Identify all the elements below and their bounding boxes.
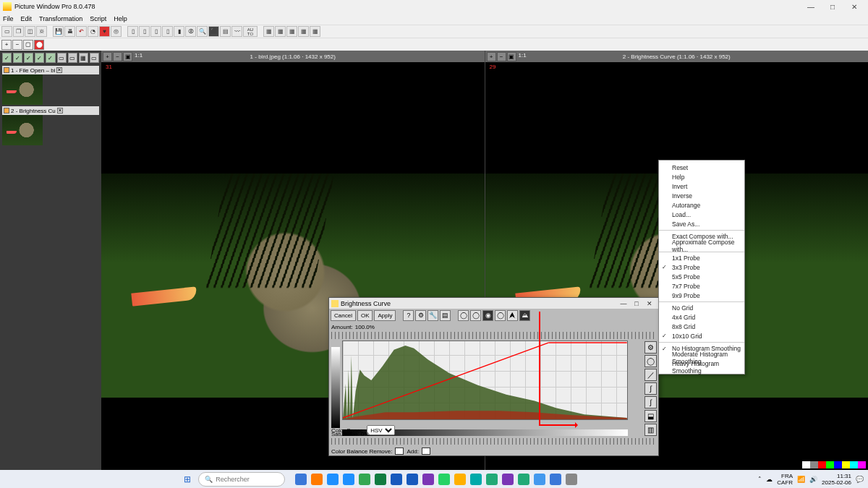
tray-chevron-icon[interactable]: ˄ (758, 476, 762, 483)
tray-volume-icon[interactable]: 🔊 (809, 476, 817, 483)
sidebar-toggle-7[interactable]: ▭ (68, 53, 77, 63)
palette-swatch-6[interactable] (842, 461, 850, 468)
brightness-curve-dialog[interactable]: Brightness Curve — □ ✕ Cancel OK Apply ?… (328, 297, 659, 456)
pane-fit-icon[interactable]: ▣ (507, 52, 516, 61)
dlg-circle3-icon[interactable]: ◉ (482, 310, 493, 321)
dialog-min-button[interactable]: — (617, 300, 630, 307)
tool-grid5-icon[interactable]: ▦ (310, 26, 320, 37)
tool-grid1-icon[interactable]: ▦ (263, 26, 274, 37)
dlg-layers-icon[interactable]: ▤ (440, 310, 451, 321)
menu-item-7x7-probe[interactable]: 7x7 Probe (659, 281, 744, 291)
taskbar-app-10[interactable] (454, 474, 466, 485)
menu-item-inverse[interactable]: Inverse (659, 191, 744, 200)
pane-zoomin-icon[interactable]: + (103, 52, 112, 61)
tool-zoom-icon[interactable]: 🔍 (197, 26, 208, 37)
window-max-button[interactable]: □ (822, 3, 843, 11)
menu-item-no-grid[interactable]: No Grid (659, 301, 744, 312)
tool-picker-icon[interactable]: ⦿ (185, 26, 196, 37)
taskbar-app-0[interactable] (295, 474, 307, 485)
sidebar-toggle-2[interactable]: ✓ (13, 53, 22, 63)
palette-swatch-5[interactable] (834, 461, 842, 468)
dlg-gear-icon[interactable]: ⚙ (415, 310, 426, 321)
search-input[interactable] (216, 476, 273, 483)
tool-target-icon[interactable]: ◎ (111, 26, 122, 37)
thumb-entry-1[interactable]: 1 - File Open – bi ✕ (2, 66, 99, 105)
taskbar-app-5[interactable] (375, 474, 386, 485)
menu-item-invert[interactable]: Invert (659, 181, 744, 191)
taskbar-app-9[interactable] (438, 474, 450, 485)
tool-settings-icon[interactable]: ⛭ (36, 26, 47, 37)
menu-item-1x1-probe[interactable]: 1x1 Probe (659, 252, 744, 262)
tool-grid4-icon[interactable]: ▦ (298, 26, 309, 37)
zoom-out-icon[interactable]: − (12, 40, 22, 50)
menu-file[interactable]: File (3, 15, 14, 22)
sidebar-toggle-4[interactable]: ✓ (35, 53, 44, 63)
menu-script[interactable]: Script (90, 15, 106, 22)
tool-time-icon[interactable]: ◔ (88, 26, 98, 37)
window-close-button[interactable]: ✕ (843, 3, 865, 11)
taskbar-app-16[interactable] (550, 474, 561, 485)
menu-item-8x8-grid[interactable]: 8x8 Grid (659, 322, 744, 331)
menu-item-help[interactable]: Help (659, 172, 744, 181)
palette-swatch-3[interactable] (818, 461, 826, 468)
menu-help[interactable]: Help (114, 15, 127, 22)
menu-item-load-[interactable]: Load... (659, 210, 744, 219)
palette-swatch-8[interactable] (858, 461, 866, 468)
menu-item-9x9-probe[interactable]: 9x9 Probe (659, 291, 744, 300)
pane-zoomout-icon[interactable]: − (113, 52, 122, 61)
tray-notification-icon[interactable]: 💬 (856, 476, 864, 483)
dialog-max-button[interactable]: □ (630, 300, 643, 307)
menu-item-5x5-probe[interactable]: 5x5 Probe (659, 272, 744, 281)
cbr-add-swatch[interactable] (422, 448, 430, 455)
menu-item-10x10-grid[interactable]: ✓10x10 Grid (659, 331, 744, 341)
menu-transformation[interactable]: Transformation (39, 15, 82, 22)
menu-item-save-as-[interactable]: Save As... (659, 219, 744, 228)
tool-col3-icon[interactable]: ▯ (150, 26, 161, 37)
dlg-up-icon[interactable]: ⮝ (507, 310, 518, 321)
dlg-circle2-icon[interactable]: ◯ (470, 310, 481, 321)
tool-new-icon[interactable]: ▭ (1, 26, 12, 37)
tool-split-icon[interactable]: ◫ (25, 26, 35, 37)
taskbar-app-14[interactable] (518, 474, 529, 485)
system-tray[interactable]: ˄ ☁ FRACAFR 📶 🔊 11:312025-02-06 💬 (758, 473, 864, 486)
tray-lang1[interactable]: FRA (781, 473, 793, 479)
taskbar-app-15[interactable] (534, 474, 545, 485)
tool-levels-icon[interactable]: ⬛ (208, 26, 219, 37)
sidetool-gear-icon[interactable]: ⚙ (644, 341, 657, 354)
taskbar-app-6[interactable] (391, 474, 402, 485)
dlg-circle1-icon[interactable]: ◯ (458, 310, 469, 321)
start-button[interactable]: ⊞ (181, 473, 194, 486)
menu-item-reset[interactable]: Reset (659, 163, 744, 172)
histogram-curve-area[interactable] (342, 341, 628, 420)
palette-swatch-2[interactable] (810, 461, 818, 468)
menu-edit[interactable]: Edit (21, 15, 33, 22)
menu-item-autorange[interactable]: Autorange (659, 200, 744, 210)
thumb-entry-2[interactable]: 2 - Brightness Cu ✕ (2, 106, 99, 145)
amount-slider[interactable] (331, 332, 656, 339)
window-min-button[interactable]: — (800, 3, 822, 11)
sidetool-probe-icon[interactable]: ◯ (644, 355, 657, 367)
palette-swatch-0[interactable] (794, 461, 802, 468)
tool-save-icon[interactable]: 💾 (53, 26, 64, 37)
palette-swatch-7[interactable] (850, 461, 858, 468)
menu-item-approximate-compose-with-[interactable]: Approximate Compose with... (659, 241, 744, 250)
tool-grid2-icon[interactable]: ▦ (275, 26, 286, 37)
cbr-remove-swatch[interactable] (395, 448, 404, 455)
saturation-slider[interactable] (331, 438, 656, 445)
dlg-help-icon[interactable]: ? (403, 310, 414, 321)
dialog-close-button[interactable]: ✕ (643, 300, 656, 307)
tool-histogram-icon[interactable]: ▤ (220, 26, 231, 37)
tool-curve-icon[interactable]: 〰 (231, 26, 242, 37)
sidetool-step-icon[interactable]: ⬓ (644, 410, 657, 422)
taskbar-app-4[interactable] (359, 474, 370, 485)
dlg-circle4-icon[interactable]: ◯ (495, 310, 506, 321)
sidebar-toggle-1[interactable]: ✓ (2, 53, 12, 63)
tray-wifi-icon[interactable]: 📶 (797, 476, 805, 483)
sidetool-curve2-icon[interactable]: ∫ (644, 396, 657, 408)
taskbar-app-13[interactable] (502, 474, 514, 485)
dlg-mountain-icon[interactable]: ⛰ (519, 310, 530, 321)
menu-item-heavy-histogram-smoothing[interactable]: Heavy Histogram Smoothing (659, 362, 744, 372)
tool-print-icon[interactable]: 🖶 (64, 26, 75, 37)
dialog-titlebar[interactable]: Brightness Curve — □ ✕ (329, 298, 658, 309)
taskbar-app-11[interactable] (470, 474, 482, 485)
